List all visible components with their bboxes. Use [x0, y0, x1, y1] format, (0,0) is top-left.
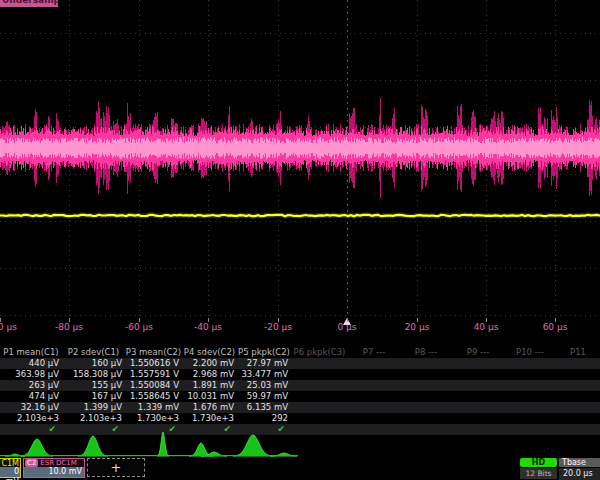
measure-value-cell: 1.550084 V: [125, 380, 182, 391]
measure-value-cell: [504, 391, 556, 402]
measure-value-cell: 10.031 mV: [182, 391, 237, 402]
add-trace-button[interactable]: +: [87, 458, 145, 477]
measure-value-cell: 1.557591 V: [125, 369, 182, 380]
measure-value-cell: 2.200 mV: [182, 358, 237, 369]
measure-value-cell: [348, 369, 400, 380]
measure-value-cell: 25.03 mV: [237, 380, 291, 391]
measurement-table: P1 mean(C1)P2 sdev(C1)P3 mean(C2)P4 sdev…: [0, 347, 600, 435]
param-column-header[interactable]: P5 pkpk(C2): [237, 347, 291, 358]
measure-value-cell: [504, 380, 556, 391]
param-histicon: [78, 436, 108, 456]
measure-value-cell: 1.558645 V: [125, 391, 182, 402]
measure-value-cell: 160 µV: [62, 358, 125, 369]
param-column-header[interactable]: P6 pkpk(C3): [291, 347, 348, 358]
measure-value-cell: [400, 358, 452, 369]
hd-acquisition-box[interactable]: HD 12 Bits: [520, 458, 557, 478]
measure-value-cell: [348, 358, 400, 369]
waveform-grid: Undersampled: [0, 0, 600, 318]
measure-value-cell: 6.135 mV: [237, 402, 291, 413]
measure-value-cell: [348, 402, 400, 413]
axis-tick-label: -60 µs: [125, 322, 153, 332]
param-column-header[interactable]: P8 ---: [400, 347, 452, 358]
param-column-header[interactable]: P9 ---: [452, 347, 504, 358]
c1-vdiv-value: 0 mV: [0, 467, 20, 477]
param-column-header[interactable]: P10 ---: [504, 347, 556, 358]
c2-vdiv-value: 10.0 mV: [24, 467, 84, 477]
measure-value-cell: 1.730e+3: [125, 413, 182, 424]
measure-value-cell: [348, 391, 400, 402]
measure-value-cell: 474 µV: [0, 391, 62, 402]
measure-value-cell: [452, 369, 504, 380]
measure-value-cell: [348, 413, 400, 424]
axis-tick-label: -80 µs: [55, 322, 83, 332]
measure-value-cell: [400, 402, 452, 413]
measure-value-cell: [452, 380, 504, 391]
measure-value-cell: [400, 380, 452, 391]
timebase-value: 20.0 µs: [559, 468, 600, 480]
c2-channel-badge: C2: [25, 459, 38, 467]
measure-value-cell: 33.477 mV: [237, 369, 291, 380]
measure-value-cell: 27.97 mV: [237, 358, 291, 369]
axis-tick-label: 40 µs: [474, 322, 499, 332]
time-axis: -100 µs-80 µs-60 µs-40 µs-20 µs0 µs20 µs…: [0, 318, 600, 336]
measure-value-cell: 2.103e+3: [62, 413, 125, 424]
measure-value-cell: 263 µV: [0, 380, 62, 391]
measure-value-cell: [348, 380, 400, 391]
channel-c2-descriptor[interactable]: C2 ESR DC1M 10.0 mV: [23, 458, 85, 478]
axis-tick-label: -40 µs: [194, 322, 222, 332]
measure-value-cell: [452, 391, 504, 402]
measure-value-cell: 1.676 mV: [182, 402, 237, 413]
param-column-header[interactable]: P11: [556, 347, 600, 358]
param-column-header[interactable]: P3 mean(C2): [125, 347, 182, 358]
measure-value-cell: [452, 402, 504, 413]
measure-value-cell: 167 µV: [62, 391, 125, 402]
axis-tick-label: -100 µs: [0, 322, 17, 332]
measure-value-cell: 32.16 µV: [0, 402, 62, 413]
measure-value-cell: [504, 358, 556, 369]
measure-value-cell: [291, 380, 348, 391]
param-column-header[interactable]: P4 sdev(C2): [182, 347, 237, 358]
undersampled-badge-label: Undersampled: [0, 0, 58, 5]
c1-coupling-label: C1M: [0, 459, 20, 467]
parameter-histicons: [0, 431, 600, 458]
timebase-label: Tbase: [559, 458, 600, 467]
axis-tick-label: 0 µs: [337, 322, 356, 332]
timebase-descriptor[interactable]: Tbase 20.0 µs: [559, 458, 600, 480]
measure-value-cell: 2.968 mV: [182, 369, 237, 380]
measure-value-cell: [556, 369, 600, 380]
measure-value-cell: [556, 413, 600, 424]
param-histicon: [21, 439, 53, 456]
histicon-baseline: [0, 455, 298, 456]
measure-value-cell: [504, 402, 556, 413]
measure-value-cell: [400, 413, 452, 424]
param-column-header[interactable]: P2 sdev(C1): [62, 347, 125, 358]
waveform-traces: [0, 0, 600, 318]
measure-value-cell: [556, 380, 600, 391]
axis-tick-label: 60 µs: [543, 322, 568, 332]
measure-value-cell: [400, 391, 452, 402]
measure-value-cell: 1.399 µV: [62, 402, 125, 413]
param-histicon: [157, 432, 169, 456]
hd-bits-label: 12 Bits: [520, 468, 557, 479]
measure-value-cell: [504, 413, 556, 424]
param-column-header[interactable]: P7 ---: [348, 347, 400, 358]
measure-value-cell: [556, 391, 600, 402]
hd-badge: HD: [520, 458, 557, 467]
measure-value-cell: [291, 369, 348, 380]
measure-value-cell: [291, 358, 348, 369]
channel-c1-descriptor[interactable]: C1M 0 mV: [0, 458, 21, 478]
param-histicon: [233, 435, 273, 456]
measure-value-cell: [556, 358, 600, 369]
measure-value-cell: [452, 358, 504, 369]
measure-value-cell: 59.97 mV: [237, 391, 291, 402]
c1-trace: [0, 215, 600, 216]
param-column-header[interactable]: P1 mean(C1): [0, 347, 62, 358]
measure-value-cell: 440 µV: [0, 358, 62, 369]
measure-value-cell: 158.308 µV: [62, 369, 125, 380]
measure-value-cell: [400, 369, 452, 380]
measure-value-cell: [556, 402, 600, 413]
axis-tick-label: -20 µs: [264, 322, 292, 332]
axis-tick-label: 20 µs: [405, 322, 430, 332]
measure-value-cell: 2.103e+3: [0, 413, 62, 424]
bottom-bar: C1M 0 mV C2 ESR DC1M 10.0 mV + HD 12 Bit…: [0, 458, 600, 480]
